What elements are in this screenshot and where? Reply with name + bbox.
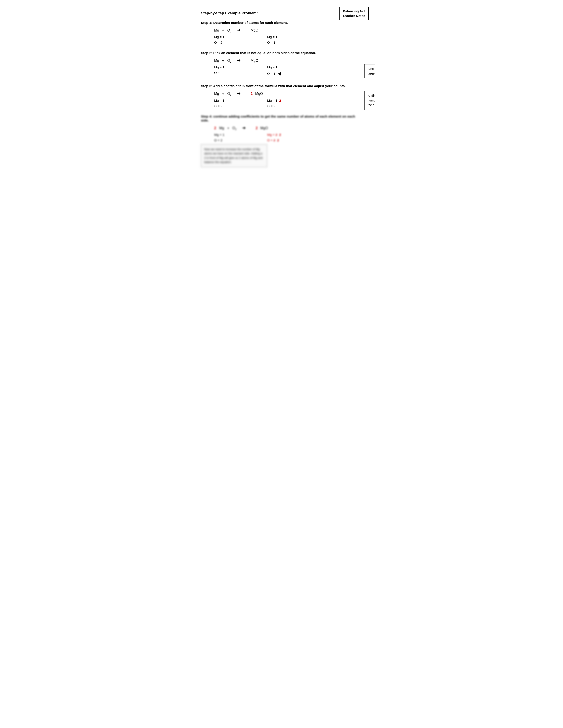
step2-plus: + [222, 59, 224, 63]
step2-reactant1: Mg [214, 59, 219, 63]
step3-counts: Mg = 1 Mg = 1 2 O = 2 O = 2 [214, 99, 362, 108]
step1-mg-left: Mg = 1 [214, 35, 232, 39]
step1-title: Step 1: Determine number of atoms for ea… [201, 21, 362, 25]
step1-equation: Mg + O2 ➜ MgO [214, 28, 362, 33]
step3-mg-right-new: 2 [279, 99, 281, 102]
step1-mg-right: Mg = 1 [267, 35, 285, 39]
step3-count-row-1: Mg = 1 Mg = 1 2 [214, 99, 362, 102]
step3-plus: + [222, 92, 224, 96]
step1-reactant1: Mg [214, 28, 219, 32]
step4-mg-left: Mg = 1 [214, 133, 232, 137]
step2-callout-text: Since the O atoms are not equal, we'll t… [368, 67, 375, 75]
step2-product: MgO [250, 59, 258, 63]
step1-o-left: O = 2 [214, 41, 232, 44]
step2-left-arrow: ◀ [277, 71, 281, 76]
step2-o-right: O = 1 ◀ [267, 71, 285, 76]
step4-count-row-2: O = 2 O = 2 2 [214, 138, 362, 142]
step3-callout-container: Mg + O2 ➜ 2 MgO Mg = 1 Mg = 1 2 O = 2 O … [201, 91, 362, 108]
step4-mg-strike: 2 [275, 133, 277, 137]
step1-count-row-1: Mg = 1 Mg = 1 [214, 35, 362, 39]
step4-count-row-1: Mg = 1 Mg = 2 2 [214, 133, 362, 137]
step4-mg-right: Mg = 2 2 [267, 133, 285, 137]
step1-section: Step 1: Determine number of atoms for ea… [201, 21, 362, 44]
step3-mg-right-strike: 1 [275, 99, 277, 102]
step4-o-new: 2 [277, 138, 279, 142]
step4-arrow: ➜ [242, 126, 245, 130]
step2-count-row-2: O = 2 O = 1 ◀ Since the O atoms are not … [214, 71, 362, 76]
step3-reactant1: Mg [214, 92, 219, 96]
step4-callout-box: Now we need to increase the number of Mg… [201, 144, 267, 167]
step3-mg-right: Mg = 1 2 [267, 99, 285, 102]
step4-coeff-reactant: 2 [214, 126, 216, 130]
step1-plus: + [222, 28, 224, 32]
step2-mg-left: Mg = 1 [214, 65, 232, 69]
step4-title: Step 4: continue adding coefficients to … [201, 114, 362, 122]
step3-callout-box: Adding a 2 in front of MgO will change t… [364, 91, 375, 110]
step2-title: Step 2: Pick an element that is not equa… [201, 51, 362, 55]
step3-coeff: 2 [250, 92, 252, 96]
step4-mg-new: 2 [279, 133, 281, 137]
step2-callout-box: Since the O atoms are not equal, we'll t… [364, 64, 375, 78]
main-title: Step-by-Step Example Problem: [201, 11, 362, 15]
step4-reactant1: Mg [219, 126, 224, 130]
header-box: Balancing Act Teacher Notes [339, 7, 369, 20]
step1-counts: Mg = 1 Mg = 1 O = 2 O = 1 [214, 35, 362, 44]
step3-product: MgO [255, 92, 263, 96]
step3-count-row-2: O = 2 O = 2 [214, 104, 362, 108]
step3-o-right: O = 2 [267, 104, 285, 108]
step2-arrow: ➜ [237, 58, 240, 63]
step2-o-left: O = 2 [214, 71, 232, 76]
step1-product: MgO [250, 28, 258, 32]
step2-o-right-val: O = 1 [267, 72, 275, 75]
header-title-line1: Balancing Act [343, 9, 365, 13]
step2-mg-right: Mg = 1 [267, 65, 285, 69]
step4-section: Step 4: continue adding coefficients to … [201, 114, 362, 167]
step3-equation: Mg + O2 ➜ 2 MgO [214, 91, 362, 96]
step4-counts: Mg = 1 Mg = 2 2 O = 2 O = 2 2 [214, 133, 362, 142]
step2-count-row-1: Mg = 1 Mg = 1 [214, 65, 362, 69]
step2-reactant2: O2 [227, 59, 231, 63]
step2-section: Step 2: Pick an element that is not equa… [201, 51, 362, 76]
step3-arrow: ➜ [237, 91, 240, 96]
step4-equation: 2 Mg + O2 ➜ 2 MgO [214, 126, 362, 131]
step2-callout-container: Mg + O2 ➜ MgO Mg = 1 Mg = 1 O = 2 O = 1 … [201, 58, 362, 76]
step1-reactant2: O2 [227, 28, 231, 33]
step4-o-strike: 2 [273, 138, 275, 142]
step3-section: Step 3: Add a coefficient in front of th… [201, 84, 362, 108]
step4-o-left: O = 2 [214, 138, 232, 142]
header-title-line2: Teacher Notes [343, 14, 365, 18]
step3-title: Step 3: Add a coefficient in front of th… [201, 84, 362, 88]
step1-o-right: O = 1 [267, 41, 285, 44]
step4-coeff-product: 2 [256, 126, 258, 130]
step3-callout-text: Adding a 2 in front of MgO will change t… [368, 94, 375, 107]
step1-arrow: ➜ [237, 28, 240, 33]
step3-reactant2: O2 [227, 92, 231, 96]
step4-reactant2: O2 [232, 126, 236, 131]
step4-callout-text: Now we need to increase the number of Mg… [204, 148, 262, 164]
step1-reactant2-sub: 2 [230, 30, 231, 33]
step4-product: MgO [260, 126, 268, 130]
step2-equation: Mg + O2 ➜ MgO [214, 58, 362, 63]
step4-o-right: O = 2 2 [267, 138, 285, 142]
step1-count-row-2: O = 2 O = 1 [214, 41, 362, 44]
step3-mg-left: Mg = 1 [214, 99, 232, 102]
step4-plus: + [227, 126, 229, 130]
step2-counts: Mg = 1 Mg = 1 O = 2 O = 1 ◀ Since the O … [214, 65, 362, 76]
step3-o-left: O = 2 [214, 104, 232, 108]
